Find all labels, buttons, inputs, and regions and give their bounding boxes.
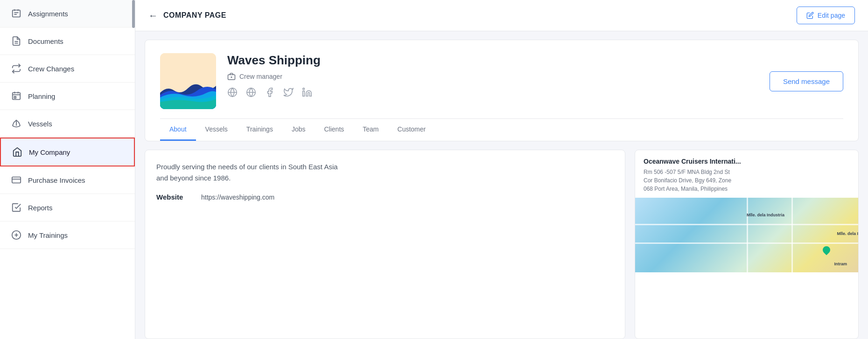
website-label: Website (156, 193, 194, 201)
my-company-icon (12, 147, 22, 157)
svg-point-23 (303, 88, 305, 90)
website-value: https://waveshipping.com (201, 194, 274, 201)
tab-about[interactable]: About (160, 119, 196, 141)
sidebar-item-label: Assignments (28, 10, 68, 18)
info-card: Oceanwave Cruisers Internati... Rm 506 -… (635, 150, 859, 339)
main-content: ← COMPANY PAGE Edit page (135, 0, 868, 339)
vessels-icon (11, 118, 21, 129)
info-card-title: Oceanwave Cruisers Internati... (644, 158, 850, 165)
edit-page-button[interactable]: Edit page (797, 7, 855, 24)
svg-rect-9 (14, 97, 16, 98)
map-label-2: Mlle. dela I (837, 231, 858, 236)
website-field: Website https://waveshipping.com (156, 193, 614, 201)
map-label-1: Mlle. dela Industria (747, 213, 784, 217)
sidebar-item-assignments[interactable]: Assignments (0, 0, 135, 28)
sidebar-item-label: Reports (28, 204, 53, 212)
tab-customer[interactable]: Customer (388, 119, 435, 141)
company-name: Waves Shipping (227, 53, 758, 68)
map-road-vertical-2 (791, 198, 793, 272)
topbar-left: ← COMPANY PAGE (148, 10, 226, 21)
sidebar-item-reports[interactable]: Reports (0, 194, 135, 221)
company-role: Crew manager (227, 72, 758, 81)
purchase-invoices-icon (11, 175, 21, 185)
twitter-icon[interactable] (283, 87, 294, 100)
reports-icon (11, 202, 21, 213)
crew-changes-icon (11, 63, 21, 74)
svg-rect-0 (13, 10, 21, 17)
company-tabs: About Vessels Trainings Jobs Clients Tea… (160, 118, 843, 141)
sidebar: Assignments Documents Crew Changes Plann… (0, 0, 135, 339)
topbar: ← COMPANY PAGE Edit page (135, 0, 868, 31)
sidebar-item-label: Crew Changes (28, 65, 74, 73)
company-header: Waves Shipping Crew manager (160, 53, 843, 109)
about-description: Proudly serving the needs of our clients… (156, 161, 614, 184)
map-pin (821, 245, 832, 256)
address-line2: Cor Bonifacio Drive, Bgy 649, Zone (644, 177, 731, 184)
back-button[interactable]: ← (148, 10, 158, 21)
website-icon-2[interactable] (246, 87, 256, 100)
sidebar-item-my-trainings[interactable]: My Trainings (0, 221, 135, 249)
sidebar-item-documents[interactable]: Documents (0, 28, 135, 55)
sidebar-item-purchase-invoices[interactable]: Purchase Invoices (0, 166, 135, 194)
sidebar-item-label: My Company (29, 148, 70, 156)
company-card: Waves Shipping Crew manager (145, 40, 859, 141)
page-title: COMPANY PAGE (163, 11, 226, 20)
tab-vessels[interactable]: Vessels (196, 119, 237, 141)
my-trainings-icon (11, 230, 21, 240)
sidebar-item-label: Vessels (28, 120, 52, 128)
sidebar-item-vessels[interactable]: Vessels (0, 110, 135, 138)
sidebar-item-label: My Trainings (28, 231, 68, 239)
sidebar-item-planning[interactable]: Planning (0, 83, 135, 110)
company-logo (160, 53, 216, 109)
map-road-vertical (747, 198, 748, 272)
info-card-address: Rm 506 -507 5/F MNA Bldg 2nd St Cor Boni… (644, 168, 850, 193)
sidebar-item-my-company[interactable]: My Company (0, 138, 135, 166)
edit-icon (806, 12, 814, 19)
edit-page-label: Edit page (818, 12, 845, 19)
content-area: Proudly serving the needs of our clients… (145, 150, 859, 339)
tab-team[interactable]: Team (353, 119, 388, 141)
facebook-icon[interactable] (265, 87, 275, 100)
sidebar-item-label: Purchase Invoices (28, 176, 85, 184)
crew-manager-icon (227, 72, 236, 81)
about-section: Proudly serving the needs of our clients… (145, 150, 625, 339)
tab-clients[interactable]: Clients (315, 119, 353, 141)
sidebar-item-crew-changes[interactable]: Crew Changes (0, 55, 135, 83)
tab-trainings[interactable]: Trainings (237, 119, 282, 141)
sidebar-item-label: Planning (28, 92, 55, 100)
svg-rect-11 (12, 177, 21, 183)
linkedin-icon[interactable] (302, 87, 312, 100)
address-line3: 068 Port Area, Manila, Philippines (644, 186, 728, 192)
info-card-header: Oceanwave Cruisers Internati... Rm 506 -… (635, 150, 858, 198)
svg-rect-22 (303, 91, 305, 96)
map-placeholder[interactable]: Mlle. dela Industria Mlle. dela I Intram (635, 198, 858, 272)
documents-icon (11, 36, 21, 46)
tab-jobs[interactable]: Jobs (282, 119, 315, 141)
sidebar-item-label: Documents (28, 37, 63, 45)
company-info: Waves Shipping Crew manager (227, 53, 758, 100)
send-message-button[interactable]: Send message (770, 71, 843, 91)
assignments-icon (11, 8, 21, 19)
planning-icon (11, 91, 21, 101)
website-icon-1[interactable] (227, 87, 238, 100)
scrollbar-thumb[interactable] (132, 0, 135, 28)
crew-manager-label: Crew manager (239, 73, 282, 80)
map-label-3: Intram (834, 262, 847, 266)
address-line1: Rm 506 -507 5/F MNA Bldg 2nd St (644, 169, 730, 175)
company-socials (227, 87, 758, 100)
